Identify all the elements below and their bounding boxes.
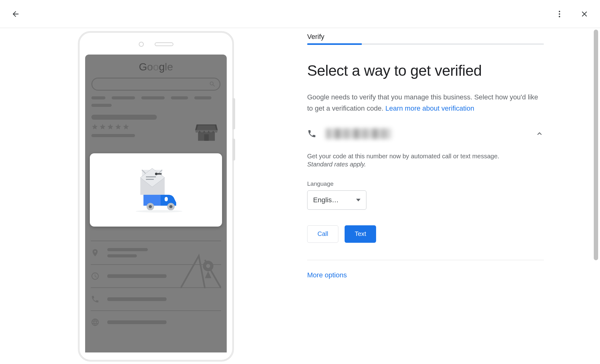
more-options-link[interactable]: More options xyxy=(307,271,544,279)
more-button[interactable] xyxy=(553,8,566,20)
text-button[interactable]: Text xyxy=(345,225,376,243)
dropdown-arrow-icon xyxy=(356,198,360,202)
phone-number-obscured xyxy=(326,128,391,139)
globe-icon xyxy=(91,318,99,327)
learn-more-link[interactable]: Learn more about verification xyxy=(385,104,474,112)
svg-point-17 xyxy=(206,264,210,268)
svg-rect-8 xyxy=(146,179,154,180)
phone-option-header[interactable] xyxy=(307,128,544,139)
preview-panel: Google xyxy=(78,28,240,364)
clock-icon xyxy=(91,272,99,280)
storefront-icon xyxy=(192,115,220,144)
language-select[interactable]: Englis… xyxy=(307,190,366,210)
scrollbar[interactable] xyxy=(594,30,598,260)
svg-point-0 xyxy=(559,11,560,12)
language-label: Language xyxy=(307,180,544,187)
phone-verification-option: Get your code at this number now by auto… xyxy=(307,128,544,243)
call-button[interactable]: Call xyxy=(307,225,338,243)
svg-point-2 xyxy=(559,16,560,17)
chevron-up-icon xyxy=(535,129,544,138)
phone-icon xyxy=(307,129,317,138)
search-bar-mock xyxy=(91,78,220,91)
header-bar xyxy=(0,0,600,28)
svg-rect-4 xyxy=(204,134,209,141)
main-panel: Verify Select a way to get verified Goog… xyxy=(240,28,600,364)
search-icon xyxy=(209,81,216,88)
svg-point-14 xyxy=(169,205,172,208)
page-heading: Select a way to get verified xyxy=(307,62,544,79)
svg-point-12 xyxy=(149,205,152,208)
back-button[interactable] xyxy=(9,8,22,20)
back-arrow-icon xyxy=(11,10,20,18)
google-logo: Google xyxy=(85,55,227,78)
close-button[interactable] xyxy=(578,8,591,20)
svg-rect-6 xyxy=(157,173,162,175)
svg-point-1 xyxy=(559,13,560,15)
location-pin-icon xyxy=(91,248,99,257)
rates-notice: Standard rates apply. xyxy=(307,161,366,168)
more-vert-icon xyxy=(555,10,564,18)
phone-mockup: Google xyxy=(78,31,234,362)
svg-rect-10 xyxy=(165,197,168,201)
divider xyxy=(307,260,544,260)
phone-icon xyxy=(91,295,99,304)
illustration-card xyxy=(90,153,222,227)
option-description: Get your code at this number now by auto… xyxy=(307,151,544,161)
description: Google needs to verify that you manage t… xyxy=(307,92,544,114)
svg-rect-7 xyxy=(146,176,156,177)
map-thumbnail xyxy=(181,248,221,288)
svg-point-5 xyxy=(155,173,157,175)
close-icon xyxy=(580,10,589,18)
step-label: Verify xyxy=(307,33,544,41)
progress-bar xyxy=(307,43,544,45)
svg-point-15 xyxy=(136,210,182,213)
